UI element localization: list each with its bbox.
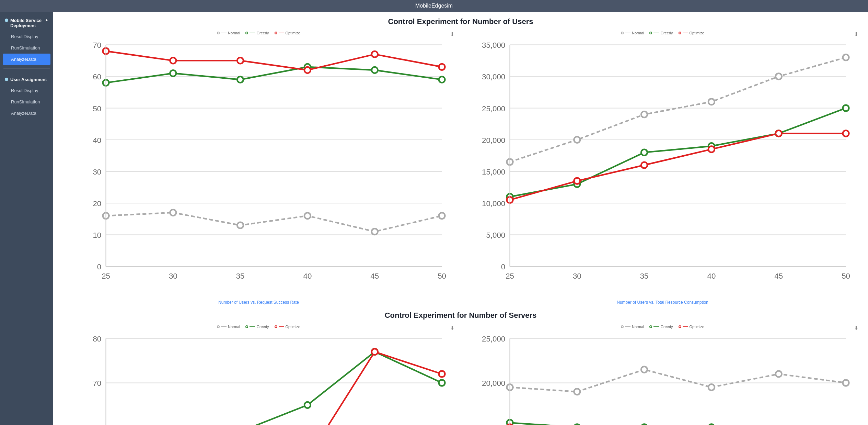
- sidebar-item-run-simulation-2[interactable]: RunSimulation: [3, 96, 50, 108]
- chart-1-container: Normal Greedy Optimize ⬇: [60, 31, 457, 308]
- legend-greedy-1: Greedy: [245, 31, 269, 35]
- svg-text:40: 40: [707, 272, 716, 280]
- section-2-title: Control Experiment for Number of Servers: [60, 311, 861, 320]
- svg-text:35: 35: [236, 272, 245, 280]
- legend-normal-2: Normal: [621, 31, 644, 35]
- legend-greedy-dot-3: [245, 325, 248, 328]
- download-icon-1[interactable]: ⬇: [450, 31, 454, 37]
- svg-text:60: 60: [93, 72, 101, 81]
- svg-point-37: [237, 57, 243, 64]
- sidebar-item-result-display-2[interactable]: ResultDisplay: [3, 85, 50, 96]
- svg-text:40: 40: [93, 136, 101, 145]
- legend-optimize-dot-4: [679, 325, 681, 328]
- title-bar: MobileEdgesim: [0, 0, 868, 12]
- legend-greedy-3: Greedy: [245, 325, 269, 329]
- legend-greedy-line-1: [250, 33, 255, 33]
- svg-point-36: [170, 57, 176, 64]
- sidebar-section-1-header[interactable]: Mobile Service Deployment ▲: [3, 15, 50, 31]
- chart-2-container: Normal Greedy Optimize ⬇: [464, 31, 861, 308]
- legend-normal-label-4: Normal: [632, 325, 644, 329]
- svg-text:0: 0: [97, 262, 101, 271]
- legend-normal-line-2: [625, 33, 630, 33]
- legend-optimize-line-3: [279, 326, 284, 327]
- sidebar-item-result-display-1[interactable]: ResultDisplay: [3, 31, 50, 42]
- legend-optimize-dot-3: [275, 325, 277, 328]
- legend-greedy-label-4: Greedy: [660, 325, 673, 329]
- download-icon-3[interactable]: ⬇: [450, 325, 454, 331]
- legend-greedy-dot-1: [245, 32, 248, 34]
- svg-text:30,000: 30,000: [482, 72, 505, 81]
- svg-point-31: [237, 77, 243, 83]
- svg-text:25,000: 25,000: [482, 335, 505, 343]
- svg-text:25: 25: [102, 272, 110, 280]
- sidebar-section-2-header[interactable]: User Assignment: [3, 74, 50, 85]
- legend-normal-1: Normal: [217, 31, 240, 35]
- legend-normal-dot-4: [621, 325, 624, 328]
- legend-optimize-2: Optimize: [679, 31, 704, 35]
- svg-point-26: [304, 213, 311, 219]
- legend-normal-label-3: Normal: [228, 325, 240, 329]
- chart-2-svg: 05,00010,00015,00020,00025,00030,00035,0…: [464, 37, 861, 297]
- svg-point-27: [372, 228, 378, 235]
- svg-point-79: [641, 162, 647, 168]
- svg-point-145: [776, 371, 782, 377]
- download-icon-2[interactable]: ⬇: [854, 31, 858, 37]
- svg-text:25: 25: [506, 272, 514, 280]
- sidebar: Mobile Service Deployment ▲ ResultDispla…: [0, 12, 53, 425]
- svg-text:35,000: 35,000: [482, 41, 505, 49]
- svg-point-112: [304, 402, 311, 408]
- section-1-title: Control Experiment for Number of Users: [60, 17, 861, 26]
- legend-optimize-label-3: Optimize: [286, 325, 300, 329]
- chart-1-svg: 010203040506070253035404550: [60, 37, 457, 297]
- sidebar-item-analyze-data-2[interactable]: AnalyzeData: [3, 108, 50, 119]
- charts-row-1: Normal Greedy Optimize ⬇: [60, 31, 861, 308]
- svg-point-82: [843, 130, 849, 136]
- svg-point-67: [641, 111, 647, 118]
- svg-point-120: [439, 371, 445, 377]
- section-1-chevron: ▲: [45, 18, 48, 22]
- legend-optimize-dot-1: [275, 32, 277, 34]
- legend-greedy-4: Greedy: [649, 325, 673, 329]
- legend-normal-dot-1: [217, 32, 220, 34]
- svg-point-66: [574, 137, 580, 143]
- svg-text:25,000: 25,000: [482, 104, 505, 113]
- svg-point-114: [439, 380, 445, 386]
- svg-point-146: [843, 380, 849, 386]
- legend-optimize-label-2: Optimize: [690, 31, 704, 35]
- legend-greedy-line-3: [250, 326, 255, 327]
- svg-point-33: [372, 67, 378, 73]
- legend-greedy-2: Greedy: [649, 31, 673, 35]
- svg-text:20: 20: [93, 199, 101, 208]
- svg-text:15,000: 15,000: [482, 168, 505, 176]
- svg-text:80: 80: [93, 335, 101, 343]
- legend-greedy-dot-4: [649, 325, 652, 328]
- chart-4-svg: 05,00010,00015,00020,00025,000234567: [464, 331, 861, 425]
- svg-text:35: 35: [640, 272, 649, 280]
- svg-text:45: 45: [774, 272, 783, 280]
- legend-normal-dot-3: [217, 325, 220, 328]
- svg-point-78: [574, 178, 580, 184]
- download-icon-4[interactable]: ⬇: [854, 325, 858, 331]
- svg-point-143: [641, 366, 647, 372]
- section-2-dot: [5, 78, 8, 81]
- legend-greedy-label-2: Greedy: [660, 31, 673, 35]
- sidebar-item-run-simulation-1[interactable]: RunSimulation: [3, 42, 50, 54]
- legend-normal-3: Normal: [217, 325, 240, 329]
- svg-point-81: [776, 130, 782, 136]
- svg-text:20,000: 20,000: [482, 136, 505, 145]
- chart-2-caption: Number of Users vs. Total Resource Consu…: [464, 300, 861, 305]
- legend-greedy-label-3: Greedy: [256, 325, 269, 329]
- legend-greedy-line-4: [653, 326, 659, 327]
- legend-greedy-label-1: Greedy: [256, 31, 269, 35]
- chart-4-legend: Normal Greedy Optimize: [464, 325, 861, 329]
- legend-normal-line-1: [221, 33, 227, 33]
- svg-point-76: [843, 105, 849, 111]
- svg-point-25: [237, 222, 243, 228]
- chart-1-caption: Number of Users vs. Request Success Rate: [60, 300, 457, 305]
- sidebar-item-analyze-data-1[interactable]: AnalyzeData: [3, 54, 50, 65]
- legend-optimize-label-1: Optimize: [286, 31, 300, 35]
- svg-point-144: [708, 384, 715, 390]
- svg-text:30: 30: [169, 272, 177, 280]
- chart-2-legend: Normal Greedy Optimize: [464, 31, 861, 35]
- sidebar-section-2: User Assignment ResultDisplay RunSimulat…: [0, 71, 53, 120]
